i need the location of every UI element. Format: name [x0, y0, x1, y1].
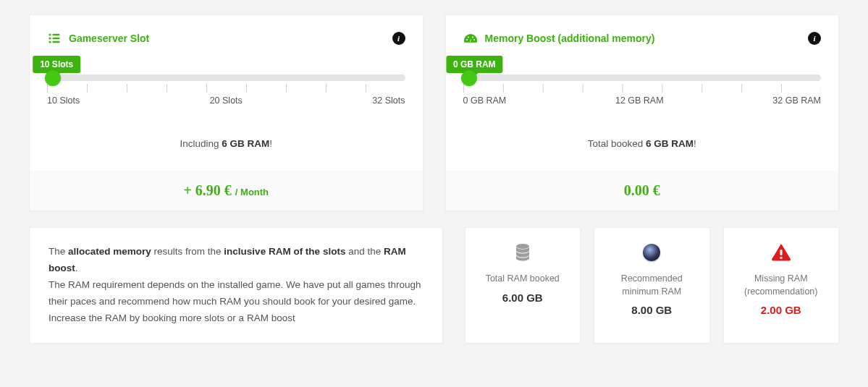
- slider-track[interactable]: [463, 75, 822, 81]
- stat-label: Recommended minimum RAM: [604, 273, 699, 298]
- slider-min-label: 0 GB RAM: [463, 95, 507, 106]
- stat-label: Missing RAM (recommendation): [734, 273, 829, 298]
- slot-slider[interactable]: 10 Slots 10 Slots 20 Slots 32 Slots: [47, 75, 405, 113]
- slider-thumb[interactable]: [45, 70, 61, 86]
- info-icon[interactable]: i: [392, 32, 405, 45]
- svg-point-2: [49, 41, 51, 43]
- slot-price: + 6.90 € / Month: [30, 171, 423, 210]
- database-icon: [476, 242, 570, 263]
- svg-point-7: [468, 37, 469, 38]
- memory-price: 0.00 €: [446, 171, 839, 210]
- memory-slider[interactable]: 0 GB RAM 0 GB RAM 12 GB RAM 32 GB RAM: [463, 75, 822, 113]
- slider-track[interactable]: [47, 75, 405, 81]
- ram-info-line1: The allocated memory results from the in…: [49, 244, 424, 277]
- card-title: Memory Boost (additional memory): [485, 33, 801, 44]
- memory-boost-card: Memory Boost (additional memory) i 0 GB …: [445, 14, 840, 211]
- svg-point-1: [49, 37, 51, 39]
- stat-missing-ram: Missing RAM (recommendation) 2.00 GB: [723, 227, 840, 344]
- stat-label: Total RAM booked: [476, 273, 570, 286]
- slider-mid-label: 12 GB RAM: [615, 95, 664, 106]
- slider-labels: 10 Slots 20 Slots 32 Slots: [47, 95, 405, 106]
- stat-value: 6.00 GB: [476, 292, 570, 304]
- svg-rect-5: [53, 41, 60, 43]
- svg-point-9: [473, 39, 475, 41]
- ram-stats: Total RAM booked 6.00 GB Recommended min…: [465, 227, 840, 344]
- slider-min-label: 10 Slots: [47, 95, 80, 106]
- svg-rect-11: [780, 250, 782, 255]
- slider-ticks: [47, 84, 405, 93]
- slider-labels: 0 GB RAM 12 GB RAM 32 GB RAM: [463, 95, 822, 106]
- ram-info-line2: The RAM requirement depends on the insta…: [49, 277, 424, 327]
- memory-value-bubble: 0 GB RAM: [446, 56, 503, 73]
- slider-ticks: [463, 84, 822, 93]
- slider-max-label: 32 Slots: [372, 95, 405, 106]
- info-icon[interactable]: i: [808, 32, 821, 45]
- stat-value: 8.00 GB: [604, 304, 699, 316]
- svg-point-8: [472, 37, 473, 38]
- slider-mid-label: 20 Slots: [210, 95, 243, 106]
- gameserver-slot-card: Gameserver Slot i 10 Slots 10 Slots 20 S…: [29, 14, 424, 211]
- ram-info-panel: The allocated memory results from the in…: [29, 227, 443, 344]
- stat-total-ram: Total RAM booked 6.00 GB: [465, 227, 581, 344]
- svg-rect-3: [53, 34, 60, 35]
- slider-thumb[interactable]: [461, 70, 477, 86]
- gauge-icon: [463, 31, 478, 46]
- svg-point-10: [516, 244, 529, 249]
- including-text: Including 6 GB RAM!: [47, 113, 405, 171]
- card-title: Gameserver Slot: [69, 33, 385, 44]
- svg-point-6: [466, 39, 468, 41]
- stat-value: 2.00 GB: [734, 304, 829, 316]
- svg-rect-4: [53, 38, 60, 39]
- game-icon: [604, 242, 699, 263]
- list-icon: [47, 31, 62, 46]
- total-booked-text: Total booked 6 GB RAM!: [463, 113, 822, 171]
- svg-point-0: [49, 33, 51, 35]
- svg-point-12: [780, 257, 782, 259]
- slider-max-label: 32 GB RAM: [772, 95, 821, 106]
- warning-icon: [734, 242, 829, 263]
- stat-recommended-ram: Recommended minimum RAM 8.00 GB: [594, 227, 710, 344]
